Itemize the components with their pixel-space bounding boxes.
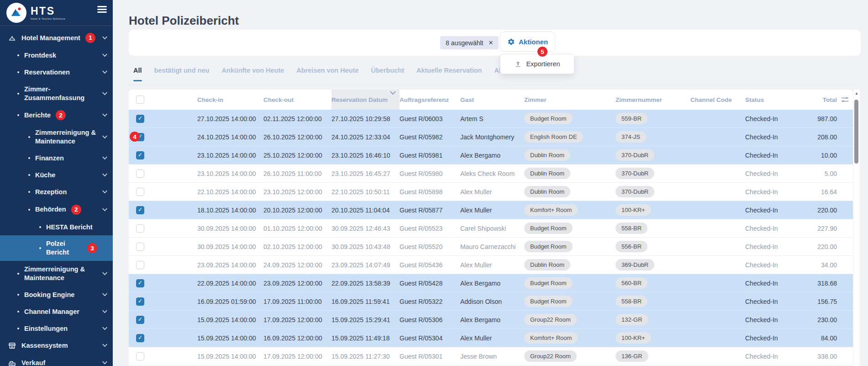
sidebar-item[interactable]: Zimmerreinigung & Maintenance (0, 261, 113, 286)
sidebar-item[interactable]: Verkauf (0, 354, 113, 366)
row-checkbox[interactable] (136, 352, 144, 361)
sidebar-item-label: Booking Engine (24, 291, 74, 299)
table-row[interactable]: 15.09.2025 14:00:00 16.09.2025 12:00:00 … (129, 329, 853, 347)
row-checkbox[interactable] (136, 316, 144, 324)
row-checkbox[interactable] (136, 224, 144, 233)
row-checkbox[interactable] (136, 261, 144, 269)
row-checkbox[interactable] (136, 170, 144, 178)
filter-tab[interactable]: bestätigt und neu (154, 56, 210, 85)
sidebar-item[interactable]: Finanzen (0, 150, 113, 167)
chevron-down-icon (102, 344, 107, 347)
col-header-reservation-datum[interactable]: Reservation Datum (331, 90, 400, 110)
row-checkbox[interactable] (136, 115, 144, 123)
cell-checkout: 24.09.2025 12:00:00 (263, 261, 331, 269)
cell-reservation-datum: 27.10.2025 10:29:58 (331, 115, 400, 122)
column-settings-icon[interactable] (841, 96, 849, 103)
cell-checkout: 23.09.2025 12:00:00 (263, 280, 331, 287)
row-checkbox[interactable] (136, 206, 144, 214)
sidebar-item[interactable]: Berichte 2 (0, 106, 113, 124)
col-header-auftragsreferenz[interactable]: Auftragsreferenz (400, 96, 460, 103)
filter-tab[interactable]: Überbucht (371, 56, 405, 85)
filter-tab[interactable]: Ankünfte von Heute (221, 56, 284, 85)
sidebar-item[interactable]: Zimmer-Zusammenfassung (0, 81, 113, 106)
sidebar-nav: Hotel Management 1 Frontdesk (0, 26, 113, 366)
store-icon (7, 341, 16, 350)
sidebar-item[interactable]: Hotel Management 1 (0, 29, 113, 47)
row-checkbox[interactable] (136, 243, 144, 251)
select-all-checkbox[interactable] (136, 95, 144, 104)
cell-gast: Alex Muller (460, 188, 524, 196)
selected-count-chip[interactable]: 8 ausgewählt ✕ (440, 36, 499, 49)
col-header-checkin[interactable]: Check-in (197, 96, 263, 103)
cell-reservation-datum: 15.09.2025 15:29:41 (331, 316, 400, 324)
sidebar-item-label: Reservationen (24, 68, 70, 77)
table-row[interactable]: 24.10.2025 14:00:00 26.10.2025 12:00:00 … (129, 128, 853, 146)
cell-checkout: 16.09.2025 12:00:00 (263, 334, 331, 342)
sidebar-item[interactable]: Reservationen (0, 64, 113, 81)
table-row[interactable]: 23.09.2025 14:00:00 24.09.2025 12:00:00 … (129, 256, 853, 274)
sidebar-item[interactable]: Kassensystem (0, 337, 113, 354)
col-header-channel-code[interactable]: Channel Code (690, 96, 745, 103)
cell-total: 987.00 (795, 115, 853, 122)
table-row[interactable]: 18.10.2025 14:00:00 20.10.2025 12:00:00 … (129, 201, 853, 219)
room-number-pill: 558-BR (615, 223, 647, 234)
row-checkbox[interactable] (136, 334, 144, 342)
filter-tab[interactable]: Aktuelle Reservation (416, 56, 482, 85)
table-row[interactable]: 23.10.2025 14:00:00 26.10.2025 11:00:00 … (129, 164, 853, 183)
room-type-pill: Budget Room (524, 277, 573, 289)
menu-toggle-icon[interactable] (97, 6, 107, 15)
bullet-icon (17, 54, 19, 56)
cell-auftragsreferenz: Guest R/05523 (400, 225, 460, 232)
sidebar-item[interactable]: Behörden 2 (0, 201, 113, 219)
annotation-badge: 3 (87, 243, 97, 253)
row-checkbox[interactable] (136, 188, 144, 196)
cell-checkin: 22.09.2025 14:00:00 (197, 280, 263, 287)
cell-status: Checked-In (745, 170, 795, 177)
scrollbar-up-icon[interactable]: ▲ (853, 90, 860, 95)
filter-tab[interactable]: Abreisen von Heute (296, 56, 358, 85)
sidebar-item[interactable]: Frontdesk (0, 47, 113, 64)
table-row[interactable]: 22.09.2025 14:00:00 23.09.2025 12:00:00 … (129, 274, 853, 292)
sidebar-item[interactable]: HESTA Bericht (0, 219, 113, 236)
actions-button[interactable]: Aktionen (500, 32, 555, 52)
bullet-icon (17, 294, 19, 296)
table-scrollbar[interactable]: ▲ (853, 90, 860, 366)
bullet-icon (17, 114, 19, 116)
sidebar-item[interactable]: Polzei Bericht 3 (0, 235, 113, 261)
filter-tab[interactable]: All (133, 56, 142, 85)
col-header-checkout[interactable]: Check-out (263, 96, 331, 103)
cell-status: Checked-In (745, 115, 795, 122)
clear-selection-icon[interactable]: ✕ (489, 39, 494, 46)
col-header-gast[interactable]: Gast (460, 96, 524, 103)
scrollbar-thumb[interactable] (854, 100, 858, 164)
cell-status: Checked-In (745, 280, 795, 287)
sidebar-item[interactable]: Küche (0, 167, 113, 184)
room-type-pill: Dublin Room (524, 259, 570, 271)
row-checkbox[interactable] (136, 297, 144, 306)
table-row[interactable]: 30.09.2025 14:00:00 02.10.2025 12:00:00 … (129, 238, 853, 256)
row-checkbox[interactable] (136, 151, 144, 159)
sidebar-item[interactable]: Zimmerreinigung & Maintenance (0, 124, 113, 150)
export-menu-item[interactable]: Exportieren (500, 54, 574, 74)
sidebar-item[interactable]: Rezeption (0, 184, 113, 201)
table-row[interactable]: 15.09.2025 14:00:00 17.09.2025 12:00:00 … (129, 311, 853, 329)
annotation-badge: 2 (56, 110, 66, 120)
table-row[interactable]: 15.09.2025 14:00:00 17.09.2025 12:00:00 … (129, 347, 853, 366)
table-row[interactable]: 16.09.2025 01:59:00 17.09.2025 11:00:00 … (129, 292, 853, 311)
row-checkbox[interactable] (136, 279, 144, 287)
table-row[interactable]: 23.10.2025 14:00:00 25.10.2025 12:00:00 … (129, 146, 853, 164)
room-type-pill: English Room DE (524, 131, 583, 143)
col-header-zimmernummer[interactable]: Zimmernummer (615, 96, 690, 103)
table-row[interactable]: 30.09.2025 14:00:00 01.10.2025 12:00:00 … (129, 219, 853, 238)
bullet-icon (28, 157, 30, 159)
col-header-zimmer[interactable]: Zimmer (524, 96, 615, 103)
sidebar-item[interactable]: Booking Engine (0, 286, 113, 303)
sidebar-item[interactable]: Einstellungen (0, 320, 113, 337)
room-type-pill: Dublin Room (524, 186, 570, 197)
bullet-icon (28, 209, 30, 211)
cell-reservation-datum: 30.09.2025 12:46:43 (331, 225, 400, 232)
sidebar-item[interactable]: Channel Manager (0, 303, 113, 320)
table-row[interactable]: 27.10.2025 14:00:00 02.11.2025 12:00:00 … (129, 110, 853, 128)
table-row[interactable]: 22.10.2025 14:00:00 23.10.2025 12:00:00 … (129, 183, 853, 201)
col-header-status[interactable]: Status (745, 96, 795, 103)
